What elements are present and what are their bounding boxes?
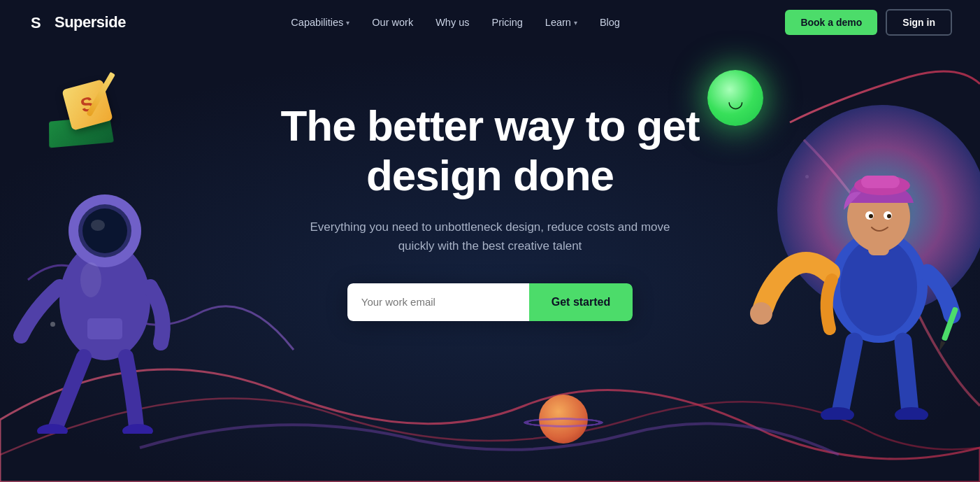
svg-text:S: S	[31, 14, 41, 31]
nav-our-work[interactable]: Our work	[372, 17, 413, 28]
hero-title: The better way to get design done	[280, 101, 699, 201]
nav-links: Capabilities ▾ Our work Why us Pricing L…	[291, 17, 620, 28]
hero-email-form: Get started	[347, 283, 633, 321]
brand-name: Superside	[55, 13, 126, 31]
nav-capabilities[interactable]: Capabilities ▾	[291, 17, 350, 28]
nav-learn[interactable]: Learn ▾	[545, 17, 577, 28]
work-email-input[interactable]	[347, 283, 529, 321]
capabilities-chevron-icon: ▾	[346, 19, 350, 27]
nav-why-us[interactable]: Why us	[435, 17, 469, 28]
get-started-button[interactable]: Get started	[529, 283, 633, 321]
dot-1	[50, 322, 55, 327]
book-demo-button[interactable]: Book a demo	[785, 10, 877, 35]
superside-logo-icon: S	[28, 11, 50, 34]
nav-pricing[interactable]: Pricing	[491, 17, 522, 28]
nav-actions: Book a demo Sign in	[785, 9, 952, 36]
sign-in-button[interactable]: Sign in	[886, 9, 952, 36]
navbar: S Superside Capabilities ▾ Our work Why …	[0, 0, 980, 45]
hero-section: The better way to get design done Everyt…	[0, 45, 980, 321]
learn-chevron-icon: ▾	[574, 19, 577, 27]
hero-subtitle: Everything you need to unbottleneck desi…	[308, 218, 672, 255]
nav-blog[interactable]: Blog	[600, 17, 620, 28]
brand-logo[interactable]: S Superside	[28, 11, 126, 34]
